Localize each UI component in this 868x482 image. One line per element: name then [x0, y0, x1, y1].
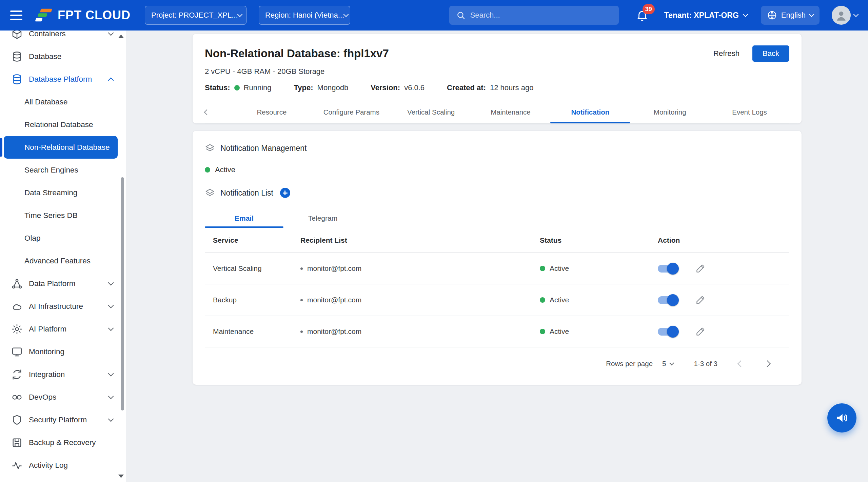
edit-icon[interactable] — [695, 263, 706, 274]
sidebar-item-integration[interactable]: Integration — [0, 363, 126, 386]
spec-summary: 2 vCPU - 4GB RAM - 20GB Storage — [205, 67, 789, 76]
shield-icon — [11, 414, 23, 426]
chevron-down-icon — [108, 394, 114, 399]
menu-icon[interactable] — [10, 11, 22, 20]
notification-table: Service Reciplent List Status Action Ver… — [205, 228, 789, 347]
previous-page-button[interactable] — [737, 360, 744, 367]
sidebar-item-containers[interactable]: Containers — [0, 31, 126, 45]
sidebar-item-activity-log[interactable]: Activity Log — [0, 454, 126, 477]
sidebar-item-all-database[interactable]: All Database — [0, 91, 126, 113]
sidebar-item-database-platform[interactable]: Database Platform — [0, 68, 126, 91]
recipient-email: monitor@fpt.com — [307, 296, 361, 304]
sidebar-item-time-series-db[interactable]: Time Series DB — [0, 204, 126, 227]
back-button[interactable]: Back — [752, 45, 789, 62]
region-selector[interactable]: Region: Hanoi (Vietna... — [259, 6, 350, 25]
sidebar-item-ai-platform[interactable]: AI Platform — [0, 318, 126, 340]
rows-per-page-value: 5 — [662, 360, 666, 368]
edit-icon[interactable] — [695, 295, 706, 305]
chevron-down-icon — [853, 12, 859, 17]
notification-toggle[interactable] — [658, 328, 677, 336]
scrollbar-down-icon[interactable] — [118, 475, 124, 478]
tab-email[interactable]: Email — [205, 208, 283, 228]
sidebar-item-database[interactable]: Database — [0, 45, 126, 68]
notification-card: Notification Management Active Notificat… — [193, 131, 802, 385]
chevron-down-icon — [108, 280, 114, 286]
search-input[interactable] — [470, 11, 612, 20]
scrollbar-up-icon[interactable] — [118, 35, 124, 38]
tab-maintenance[interactable]: Maintenance — [471, 101, 551, 123]
tab-resource[interactable]: Resource — [232, 101, 312, 123]
tab-vertical-scaling[interactable]: Vertical Scaling — [391, 101, 471, 123]
edit-icon[interactable] — [695, 326, 706, 337]
sidebar-item-advanced-features[interactable]: Advanced Features — [0, 249, 126, 272]
status-dot — [540, 297, 545, 303]
tabs-scroll-left-button[interactable] — [205, 101, 232, 123]
sidebar-scrollbar[interactable] — [121, 177, 124, 410]
next-page-button[interactable] — [764, 360, 771, 367]
rows-per-page-select[interactable]: 5 — [662, 360, 673, 368]
sidebar-item-search-engines[interactable]: Search Engines — [0, 159, 126, 181]
sidebar-item-ai-infrastructure[interactable]: AI Infrastructure — [0, 295, 126, 318]
tab-monitoring[interactable]: Monitoring — [630, 101, 710, 123]
detail-tabs: Resource Configure Params Vertical Scali… — [205, 101, 789, 123]
globe-icon — [767, 10, 777, 20]
user-menu[interactable] — [832, 6, 858, 25]
tab-notification[interactable]: Notification — [550, 101, 630, 123]
recipient-cell: monitor@fpt.com — [300, 327, 540, 336]
sidebar-item-label: Backup & Recovery — [29, 438, 113, 447]
pagination-range: 1-3 of 3 — [694, 360, 717, 368]
tenant-label: Tenant: XPLAT-ORG — [664, 11, 739, 20]
rows-per-page-label: Rows per page — [606, 360, 653, 368]
project-selector[interactable]: Project: PROJECT_XPL... — [145, 6, 246, 25]
action-cell — [658, 326, 789, 337]
column-action: Action — [658, 236, 789, 244]
notification-toggle[interactable] — [658, 296, 677, 304]
status-dot — [205, 167, 210, 173]
tab-event-logs[interactable]: Event Logs — [710, 101, 789, 123]
status-group: Status: Running — [205, 83, 272, 92]
sidebar-item-relational-database[interactable]: Relational Database — [0, 113, 126, 136]
sidebar-item-label: Advanced Features — [24, 257, 126, 265]
recipient-email: monitor@fpt.com — [307, 264, 361, 273]
refresh-button[interactable]: Refresh — [713, 49, 739, 58]
add-notification-button[interactable] — [280, 188, 290, 198]
announcement-icon — [835, 411, 849, 425]
sidebar-item-backup-recovery[interactable]: Backup & Recovery — [0, 431, 126, 454]
fpt-cloud-logo[interactable]: FPT CLOUD — [33, 8, 131, 23]
sidebar-item-non-relational-database[interactable]: Non-Relational Database — [4, 136, 118, 159]
table-header-row: Service Reciplent List Status Action — [205, 228, 789, 253]
sidebar-item-label: Database — [29, 52, 113, 61]
status-cell: Active — [540, 264, 658, 273]
sidebar-item-label: Search Engines — [24, 166, 126, 175]
notification-toggle[interactable] — [658, 265, 677, 273]
notification-status-text: Active — [215, 165, 235, 174]
gear-icon — [11, 323, 23, 335]
sidebar-item-data-platform[interactable]: Data Platform — [0, 272, 126, 295]
bullet-icon — [300, 330, 303, 333]
notifications-button[interactable]: 39 — [636, 9, 649, 22]
announcements-fab[interactable] — [827, 403, 856, 433]
sidebar-navigation: Containers Database Database Platform Al… — [0, 31, 126, 482]
bullet-icon — [300, 267, 303, 270]
sidebar-item-label: Containers — [29, 31, 103, 38]
column-status: Status — [540, 236, 658, 244]
sidebar-item-devops[interactable]: DevOps — [0, 386, 126, 408]
sidebar-item-label: Security Platform — [29, 416, 103, 424]
version-group: Version: v6.0.6 — [371, 83, 425, 92]
status-text: Active — [550, 264, 569, 273]
language-selector[interactable]: English — [761, 6, 820, 25]
column-recipient-list: Reciplent List — [300, 236, 540, 244]
search-box[interactable] — [449, 6, 619, 25]
chevron-down-icon — [809, 12, 814, 17]
chevron-down-icon — [108, 303, 114, 308]
status-dot — [234, 85, 240, 91]
sidebar-item-olap[interactable]: Olap — [0, 227, 126, 249]
tab-telegram[interactable]: Telegram — [283, 208, 362, 228]
tenant-selector[interactable]: Tenant: XPLAT-ORG — [664, 11, 747, 20]
channel-tabs: Email Telegram — [205, 208, 789, 228]
sidebar-item-data-streaming[interactable]: Data Streaming — [0, 181, 126, 204]
tab-configure-params[interactable]: Configure Params — [312, 101, 391, 123]
sidebar-item-security-platform[interactable]: Security Platform — [0, 408, 126, 431]
sidebar-item-monitoring[interactable]: Monitoring — [0, 340, 126, 363]
notification-management-title: Notification Management — [220, 144, 307, 153]
